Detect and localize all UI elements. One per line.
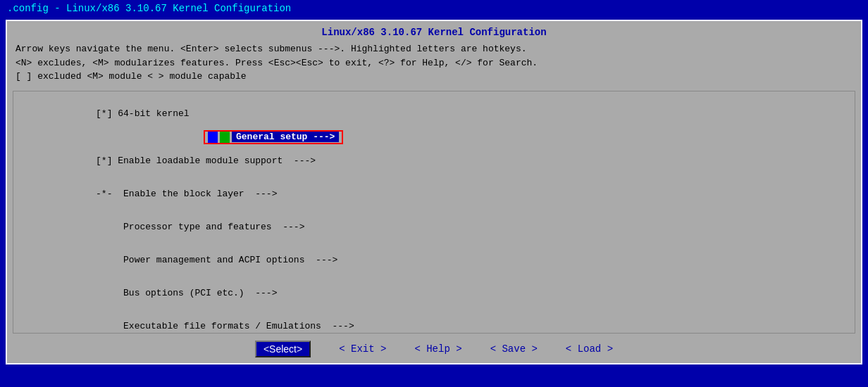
bottom-bar: <Select> < Exit > < Help > < Save > < Lo… xyxy=(7,336,861,363)
menu-item-block-layer[interactable]: -*- Enable the block layer ---> xyxy=(13,177,855,210)
blue-indicator xyxy=(208,132,218,143)
header-section: Linux/x86 3.10.67 Kernel Configuration A… xyxy=(7,21,861,88)
menu-item-loadable[interactable]: [*] Enable loadable module support ---> xyxy=(13,144,855,177)
menu-item-exec-formats[interactable]: Executable file formats / Emulations ---… xyxy=(13,310,855,334)
menu-item-general-setup[interactable]: General setup ---> xyxy=(204,130,855,144)
load-button[interactable]: < Load > xyxy=(566,343,613,355)
menu-item-processor[interactable]: Processor type and features ---> xyxy=(13,210,855,243)
select-button[interactable]: <Select> xyxy=(255,341,311,357)
menu-area: [*] 64-bit kernel General setup ---> [*]… xyxy=(13,91,855,334)
save-button[interactable]: < Save > xyxy=(490,343,538,355)
header-title: Linux/x86 3.10.67 Kernel Configuration xyxy=(16,27,852,38)
exit-button[interactable]: < Exit > xyxy=(339,343,386,355)
menu-item-bus[interactable]: Bus options (PCI etc.) ---> xyxy=(13,277,855,310)
menu-item-64bit[interactable]: [*] 64-bit kernel xyxy=(13,97,855,130)
main-container: Linux/x86 3.10.67 Kernel Configuration A… xyxy=(6,20,862,364)
title-bar: .config - Linux/x86 3.10.67 Kernel Confi… xyxy=(0,0,868,17)
help-button[interactable]: < Help > xyxy=(414,343,461,355)
header-line3: [ ] excluded <M> module < > module capab… xyxy=(16,70,852,84)
menu-item-power[interactable]: Power management and ACPI options ---> xyxy=(13,243,855,277)
title-text: .config - Linux/x86 3.10.67 Kernel Confi… xyxy=(7,3,291,14)
selected-item-text: General setup ---> xyxy=(232,132,339,142)
header-line1: Arrow keys navigate the menu. <Enter> se… xyxy=(16,42,852,56)
header-line2: <N> excludes, <M> modularizes features. … xyxy=(16,56,852,70)
green-indicator xyxy=(220,132,230,143)
header-info: Arrow keys navigate the menu. <Enter> se… xyxy=(16,42,852,84)
